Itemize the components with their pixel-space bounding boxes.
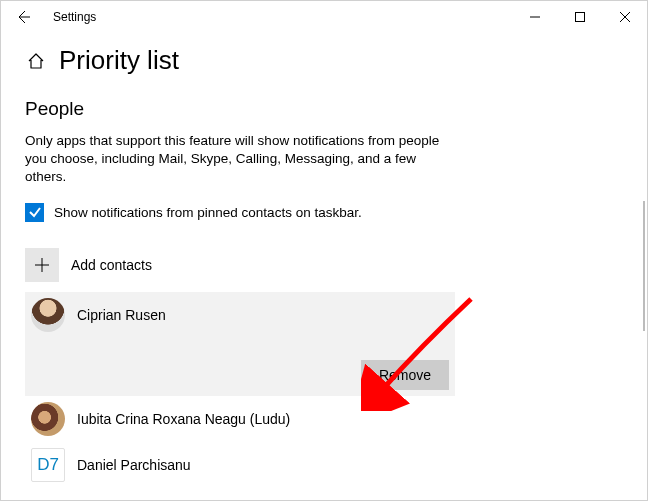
checkbox-label: Show notifications from pinned contacts … (54, 205, 362, 220)
svg-rect-0 (575, 13, 584, 22)
taskbar-notifications-checkbox[interactable] (25, 203, 44, 222)
titlebar: Settings (1, 1, 647, 33)
section-heading: People (25, 98, 623, 120)
contact-name: Ciprian Rusen (77, 307, 166, 323)
checkmark-icon (28, 205, 42, 219)
contact-row: Iubita Crina Roxana Neagu (Ludu) (31, 402, 449, 436)
add-contacts-row[interactable]: Add contacts (25, 248, 623, 282)
contact-item[interactable]: D7 Daniel Parchisanu (25, 442, 455, 488)
remove-button[interactable]: Remove (361, 360, 449, 390)
add-contacts-button[interactable] (25, 248, 59, 282)
checkbox-row: Show notifications from pinned contacts … (25, 203, 623, 222)
home-icon (27, 52, 45, 70)
maximize-button[interactable] (557, 2, 602, 32)
back-button[interactable] (9, 3, 37, 31)
page-header: Priority list (25, 45, 623, 76)
contact-name: Iubita Crina Roxana Neagu (Ludu) (77, 411, 290, 427)
contact-item[interactable]: Iubita Crina Roxana Neagu (Ludu) (25, 396, 455, 442)
contact-row: D7 Daniel Parchisanu (31, 448, 449, 482)
page-title: Priority list (59, 45, 179, 76)
close-button[interactable] (602, 2, 647, 32)
content-area: Priority list People Only apps that supp… (1, 45, 647, 488)
home-button[interactable] (25, 50, 47, 72)
scrollbar[interactable] (643, 201, 645, 331)
window-buttons (512, 2, 647, 32)
contact-item[interactable]: Ciprian Rusen Remove (25, 292, 455, 396)
avatar: D7 (31, 448, 65, 482)
avatar (31, 298, 65, 332)
minimize-icon (530, 12, 540, 22)
avatar (31, 402, 65, 436)
add-contacts-label: Add contacts (71, 257, 152, 273)
contact-name: Daniel Parchisanu (77, 457, 191, 473)
maximize-icon (575, 12, 585, 22)
minimize-button[interactable] (512, 2, 557, 32)
arrow-left-icon (15, 9, 31, 25)
window-title: Settings (53, 10, 96, 24)
section-description: Only apps that support this feature will… (25, 132, 455, 187)
plus-icon (34, 257, 50, 273)
close-icon (620, 12, 630, 22)
contact-row: Ciprian Rusen (31, 298, 449, 332)
